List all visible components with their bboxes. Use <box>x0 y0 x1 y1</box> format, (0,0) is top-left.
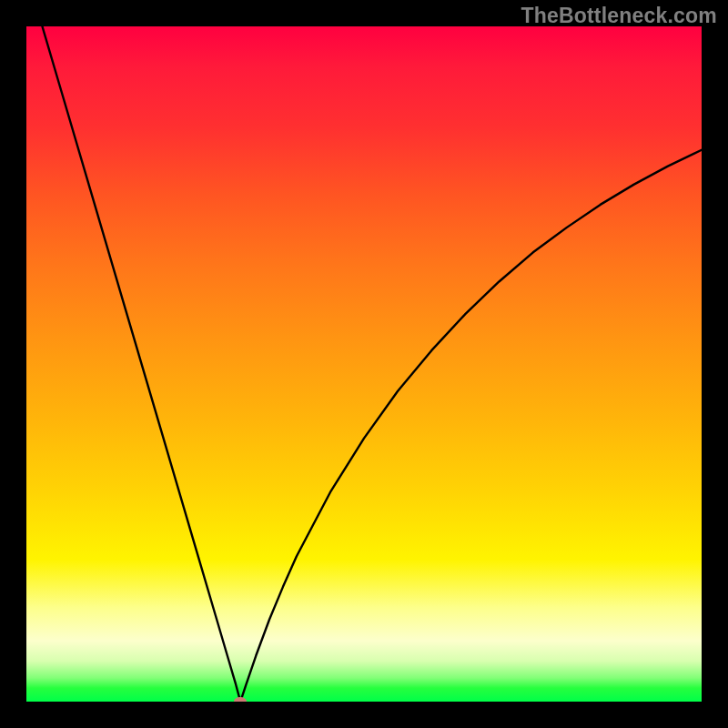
chart-frame: TheBottleneck.com <box>0 0 728 728</box>
bottleneck-curve <box>26 26 702 702</box>
minimum-marker <box>234 697 247 702</box>
plot-area <box>26 26 702 702</box>
watermark-text: TheBottleneck.com <box>521 4 717 28</box>
